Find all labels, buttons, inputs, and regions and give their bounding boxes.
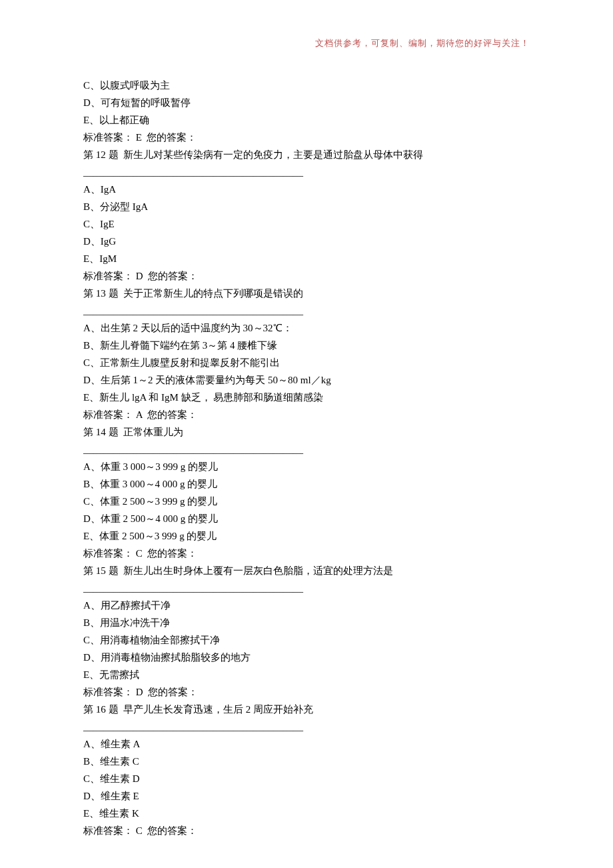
option-prefix-e: E、 bbox=[83, 253, 99, 264]
option-d: D、体重 2 500～4 000 g 的婴儿 bbox=[83, 511, 530, 527]
option-e: E、新生儿 lgA 和 IgM 缺乏， 易患肺部和肠道细菌感染 bbox=[83, 389, 530, 405]
question-text: 新生儿出生时身体上覆有一层灰白色胎脂，适宜的处理方法是 bbox=[119, 565, 394, 576]
option-text: 体重 3 000～4 000 g 的婴儿 bbox=[100, 479, 217, 489]
answer-suffix: 您的答案： bbox=[143, 687, 199, 697]
answer-prefix: 标准答案： bbox=[83, 132, 136, 143]
option-b: B、维生素 C bbox=[83, 753, 530, 769]
option-a: A、用乙醇擦拭干净 bbox=[83, 597, 530, 613]
option-text: 以上都正确 bbox=[99, 115, 149, 125]
header-note: 文档供参考，可复制、编制，期待您的好评与关注！ bbox=[83, 37, 530, 51]
option-text: IgG bbox=[101, 236, 116, 247]
option-b: B、体重 3 000～4 000 g 的婴儿 bbox=[83, 476, 530, 492]
option-c: C、体重 2 500～3 999 g 的婴儿 bbox=[83, 493, 530, 509]
option-text: 生后第 1～2 天的液体需要量约为每天 50～80 ml／kg bbox=[101, 375, 331, 385]
question-number: 第 15 题 bbox=[83, 565, 119, 576]
option-prefix-c: C、 bbox=[83, 219, 100, 229]
option-prefix-a: A、 bbox=[83, 461, 101, 472]
answer-prefix: 标准答案： bbox=[83, 548, 136, 559]
option-c: C、维生素 D bbox=[83, 771, 530, 787]
option-prefix-b: B、 bbox=[83, 617, 100, 628]
separator: ________________________________________… bbox=[83, 580, 530, 596]
answer-suffix: 您的答案： bbox=[143, 271, 199, 281]
option-prefix-c: C、 bbox=[83, 496, 100, 507]
answer-value: C bbox=[136, 548, 143, 559]
option-text: 可有短暂的呼吸暂停 bbox=[101, 97, 191, 108]
option-prefix-d: D、 bbox=[83, 652, 101, 663]
option-c: C、以腹式呼吸为主 bbox=[83, 77, 530, 93]
option-prefix-c: C、 bbox=[83, 635, 100, 645]
answer-prefix: 标准答案： bbox=[83, 687, 136, 697]
option-prefix-b: B、 bbox=[83, 756, 100, 767]
option-a: A、IgA bbox=[83, 181, 530, 197]
option-e: E、维生素 K bbox=[83, 805, 530, 821]
answer-suffix: 您的答案： bbox=[143, 409, 198, 420]
question-16-title: 第 16 题 早产儿生长发育迅速，生后 2 周应开始补充 bbox=[83, 701, 530, 717]
question-text: 正常体重儿为 bbox=[119, 427, 184, 437]
option-d: D、IgG bbox=[83, 233, 530, 249]
answer-line: 标准答案： D 您的答案： bbox=[83, 684, 530, 700]
option-text: 维生素 C bbox=[100, 756, 139, 767]
option-prefix-d: D、 bbox=[83, 236, 101, 247]
option-b: B、分泌型 IgA bbox=[83, 199, 530, 215]
option-prefix-c: C、 bbox=[83, 357, 100, 368]
answer-suffix: 您的答案： bbox=[143, 825, 198, 836]
answer-line: 标准答案： A 您的答案： bbox=[83, 407, 530, 423]
option-prefix-d: D、 bbox=[83, 375, 101, 385]
option-c: C、IgE bbox=[83, 216, 530, 232]
answer-value: D bbox=[136, 271, 143, 281]
question-text: 早产儿生长发育迅速，生后 2 周应开始补充 bbox=[119, 704, 314, 715]
answer-value: A bbox=[136, 409, 143, 420]
document-page: 文档供参考，可复制、编制，期待您的好评与关注！ C、以腹式呼吸为主 D、可有短暂… bbox=[0, 0, 613, 868]
question-number: 第 12 题 bbox=[83, 149, 119, 160]
option-text: 无需擦拭 bbox=[99, 669, 139, 680]
answer-value: D bbox=[136, 687, 143, 697]
option-text: 以腹式呼吸为主 bbox=[100, 80, 170, 91]
option-b: B、新生儿脊髓下端约在第 3～第 4 腰椎下缘 bbox=[83, 337, 530, 353]
option-text: 体重 2 500～3 999 g 的婴儿 bbox=[100, 496, 217, 507]
question-text: 新生儿对某些传染病有一定的免疫力，主要是通过胎盘从母体中获得 bbox=[119, 149, 424, 160]
answer-suffix: 您的答案： bbox=[142, 132, 197, 143]
option-text: 用温水冲洗干净 bbox=[100, 617, 170, 628]
answer-value: E bbox=[136, 132, 142, 143]
option-text: 新生儿脊髓下端约在第 3～第 4 腰椎下缘 bbox=[100, 340, 277, 351]
option-a: A、体重 3 000～3 999 g 的婴儿 bbox=[83, 459, 530, 475]
question-number: 第 13 题 bbox=[83, 288, 119, 299]
answer-suffix: 您的答案： bbox=[143, 548, 198, 559]
option-text: 分泌型 IgA bbox=[100, 201, 148, 212]
option-prefix-a: A、 bbox=[83, 184, 101, 195]
option-prefix-b: B、 bbox=[83, 340, 100, 351]
option-prefix-a: A、 bbox=[83, 739, 101, 749]
question-number: 第 16 题 bbox=[83, 704, 119, 715]
option-a: A、出生第 2 天以后的适中温度约为 30～32℃： bbox=[83, 320, 530, 336]
option-prefix-e: E、 bbox=[83, 669, 99, 680]
option-text: 出生第 2 天以后的适中温度约为 30～32℃： bbox=[101, 323, 293, 333]
separator: ________________________________________… bbox=[83, 719, 530, 735]
answer-line: 标准答案： D 您的答案： bbox=[83, 268, 530, 284]
answer-prefix: 标准答案： bbox=[83, 409, 136, 420]
option-prefix-e: E、 bbox=[83, 808, 99, 819]
separator: ________________________________________… bbox=[83, 164, 530, 180]
option-text: 用消毒植物油擦拭胎脂较多的地方 bbox=[101, 652, 251, 663]
option-e: E、以上都正确 bbox=[83, 112, 530, 128]
option-c: C、用消毒植物油全部擦拭干净 bbox=[83, 632, 530, 648]
option-text: 用消毒植物油全部擦拭干净 bbox=[100, 635, 220, 645]
answer-line: 标准答案： C 您的答案： bbox=[83, 545, 530, 561]
option-d: D、用消毒植物油擦拭胎脂较多的地方 bbox=[83, 649, 530, 665]
option-prefix-d: D、 bbox=[83, 791, 101, 801]
option-text: IgE bbox=[100, 219, 115, 229]
option-prefix-e: E、 bbox=[83, 392, 99, 403]
option-prefix-c: C、 bbox=[83, 773, 100, 784]
option-text: 体重 3 000～3 999 g 的婴儿 bbox=[101, 461, 218, 472]
question-12-title: 第 12 题 新生儿对某些传染病有一定的免疫力，主要是通过胎盘从母体中获得 bbox=[83, 147, 530, 163]
question-14-title: 第 14 题 正常体重儿为 bbox=[83, 424, 530, 440]
answer-line: 标准答案： E 您的答案： bbox=[83, 129, 530, 145]
option-prefix-e: E、 bbox=[83, 115, 99, 125]
option-text: IgM bbox=[99, 253, 117, 264]
question-text: 关于正常新生儿的特点下列哪项是错误的 bbox=[119, 288, 304, 299]
answer-prefix: 标准答案： bbox=[83, 271, 136, 281]
option-text: 维生素 K bbox=[99, 808, 139, 819]
option-text: 体重 2 500～4 000 g 的婴儿 bbox=[101, 513, 218, 524]
option-prefix-e: E、 bbox=[83, 531, 99, 541]
option-b: B、用温水冲洗干净 bbox=[83, 615, 530, 631]
option-text: 新生儿 lgA 和 IgM 缺乏， 易患肺部和肠道细菌感染 bbox=[99, 392, 323, 403]
